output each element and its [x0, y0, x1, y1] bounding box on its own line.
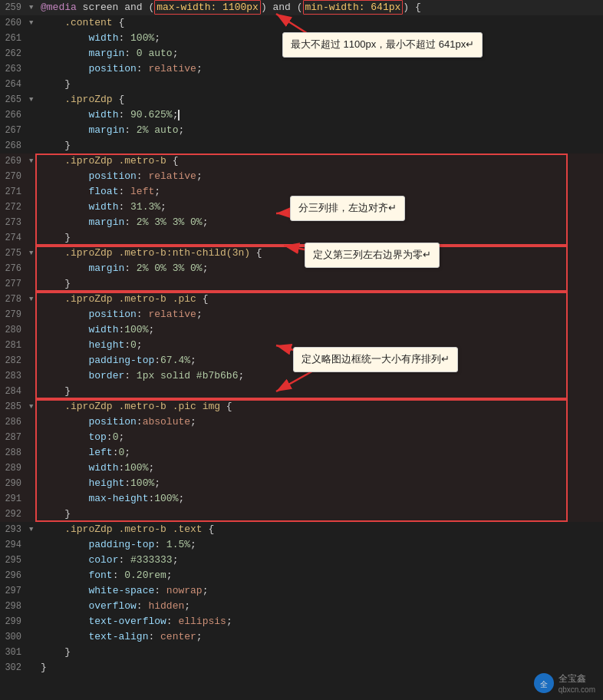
token: #333333	[130, 554, 173, 566]
token: top	[88, 431, 106, 443]
line-number: 289	[0, 461, 29, 476]
token: :	[137, 416, 143, 428]
line-number: 266	[0, 107, 29, 123]
line-number: 278	[0, 292, 29, 307]
token: {	[196, 293, 209, 305]
token: width	[88, 324, 118, 335]
token: ;	[148, 462, 154, 474]
token: 2% 0% 3% 0%	[137, 262, 203, 274]
token: left	[130, 186, 154, 197]
text-cursor	[178, 110, 180, 121]
token: padding-top	[88, 539, 154, 550]
line-content: }	[39, 645, 603, 660]
token: {	[203, 523, 215, 535]
collapse-arrow[interactable]: ▼	[29, 15, 38, 31]
line-content: overflow: hidden;	[39, 599, 603, 614]
token: width	[88, 201, 118, 213]
annotation-4: 定义略图边框统一大小有序排列↵	[293, 347, 458, 372]
annotation-1: 最大不超过 1100px，最小不超过 641px↵	[282, 32, 483, 58]
line-number: 279	[0, 307, 29, 322]
code-line: 268 }	[0, 138, 603, 154]
token: position	[88, 63, 136, 74]
line-content: height:100%;	[39, 476, 603, 491]
line-number: 282	[0, 353, 29, 368]
token: :	[113, 570, 125, 581]
token: overflow	[88, 600, 136, 612]
code-line: 269▼ .iproZdp .metro-b {	[0, 154, 603, 169]
code-line: 270 position: relative;	[0, 169, 603, 184]
collapse-arrow[interactable]: ▼	[29, 154, 38, 169]
code-line: 301 }	[0, 645, 603, 660]
token: :	[148, 631, 160, 642]
watermark: 全 全宝鑫 qbxcn.com	[533, 672, 595, 694]
token: ;	[173, 48, 179, 59]
token: margin	[88, 262, 124, 274]
token: width	[88, 32, 118, 44]
token: float	[88, 186, 118, 197]
token: :	[118, 201, 130, 213]
code-line: 279 position: relative;	[0, 307, 603, 322]
token: }	[64, 278, 71, 289]
token: relative	[148, 170, 196, 182]
token: text-align	[88, 631, 148, 642]
line-content: font: 0.20rem;	[39, 568, 603, 583]
line-number: 277	[0, 276, 29, 292]
line-content: @media screen and (max-width: 1100px) an…	[39, 0, 603, 15]
code-line: 260▼ .content {	[0, 15, 603, 31]
code-line: 299 text-overflow: ellipsis;	[0, 614, 603, 629]
line-number: 300	[0, 629, 29, 645]
token: ;	[166, 570, 173, 581]
line-number: 285	[0, 399, 29, 414]
token: screen	[77, 2, 124, 13]
watermark-url: qbxcn.com	[559, 685, 595, 694]
token: :	[124, 216, 137, 228]
line-content: }	[39, 660, 603, 675]
collapse-arrow[interactable]: ▼	[29, 246, 38, 261]
line-content: .iproZdp .metro-b .pic {	[39, 292, 603, 307]
token: {	[113, 17, 125, 28]
line-content: text-overflow: ellipsis;	[39, 614, 603, 629]
token: ;	[203, 262, 209, 274]
token: absolute	[143, 416, 190, 428]
token: 100%	[124, 462, 148, 474]
line-content: color: #333333;	[39, 553, 603, 568]
token: 1px solid #b7b6b6	[137, 370, 239, 381]
line-number: 261	[0, 31, 29, 46]
code-line: 266 width: 90.625%;	[0, 107, 603, 123]
token: 2% 3% 3% 0%	[137, 216, 203, 228]
line-content: left:0;	[39, 445, 603, 461]
line-number: 268	[0, 138, 29, 154]
collapse-arrow[interactable]: ▼	[29, 292, 38, 307]
token: ;	[196, 170, 203, 182]
token: width	[88, 462, 118, 474]
code-line: 287 top:0;	[0, 430, 603, 445]
token: .iproZdp .metro-b .pic	[64, 293, 196, 305]
line-content: .iproZdp {	[39, 92, 603, 107]
line-number: 271	[0, 184, 29, 200]
code-line: 289 width:100%;	[0, 461, 603, 476]
token: {	[166, 155, 179, 167]
code-line: 284 }	[0, 384, 603, 399]
line-number: 260	[0, 15, 29, 31]
line-number: 284	[0, 384, 29, 399]
token: }	[41, 662, 47, 673]
token: :	[124, 339, 130, 351]
collapse-arrow[interactable]: ▼	[29, 399, 38, 414]
token: text-overflow	[88, 616, 166, 627]
collapse-arrow[interactable]: ▼	[29, 92, 38, 107]
token: 1.5%	[166, 539, 190, 550]
token: :	[124, 262, 137, 274]
line-number: 296	[0, 568, 29, 583]
collapse-arrow[interactable]: ▼	[29, 0, 38, 15]
code-line: 277 }	[0, 276, 603, 292]
token: {	[113, 94, 125, 105]
token: ;	[154, 477, 160, 489]
line-number: 288	[0, 445, 29, 461]
code-line: 275▼ .iproZdp .metro-b:nth-child(3n) {	[0, 246, 603, 261]
collapse-arrow[interactable]: ▼	[29, 522, 38, 537]
token: }	[64, 232, 71, 243]
token: }	[64, 78, 71, 90]
line-number: 275	[0, 246, 29, 261]
line-number: 265	[0, 92, 29, 107]
code-line: 291 max-height:100%;	[0, 491, 603, 507]
